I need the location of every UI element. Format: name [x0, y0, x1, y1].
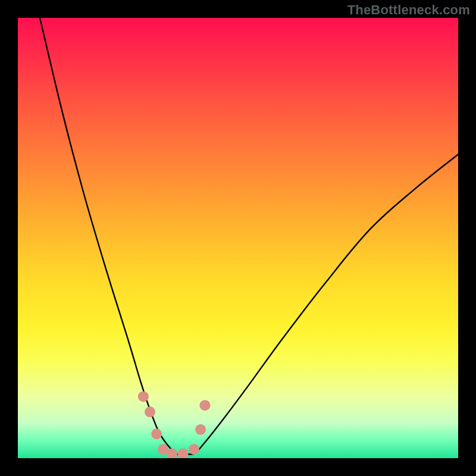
chart-plot-area	[18, 18, 458, 458]
highlight-marker	[145, 406, 155, 417]
highlight-marker	[200, 400, 211, 411]
highlight-marker	[151, 428, 162, 439]
highlight-marker	[189, 444, 199, 455]
watermark-text: TheBottleneck.com	[347, 2, 470, 18]
highlight-marker	[178, 449, 189, 458]
highlight-marker	[195, 424, 206, 435]
bottleneck-curve-svg	[18, 18, 458, 458]
bottleneck-curve-path	[40, 18, 458, 455]
highlight-marker	[138, 391, 149, 402]
